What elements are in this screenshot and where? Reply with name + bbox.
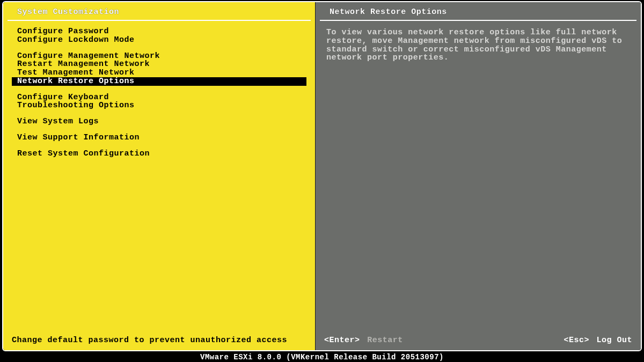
menu-item[interactable]: View Support Information (12, 134, 306, 142)
main-area: System Customization Configure PasswordC… (3, 2, 641, 350)
menu-item[interactable]: Network Restore Options (12, 77, 306, 86)
left-pane: System Customization Configure PasswordC… (3, 2, 316, 350)
menu-item[interactable]: Configure Keyboard (12, 93, 306, 102)
enter-hint: <Enter> Restart (324, 336, 403, 345)
left-pane-divider (8, 20, 311, 21)
right-body: To view various network restore options … (316, 22, 641, 336)
right-pane-divider (320, 20, 636, 21)
menu-group: Configure PasswordConfigure Lockdown Mod… (12, 27, 306, 45)
menu-group: Configure Management NetworkRestart Mana… (12, 52, 306, 86)
menu-group: View Support Information (12, 134, 306, 142)
left-pane-title: System Customization (3, 6, 315, 20)
enter-key: <Enter> (324, 336, 360, 345)
enter-label: Restart (367, 336, 403, 345)
menu-item[interactable]: View System Logs (12, 117, 306, 126)
menu-group: Reset System Configuration (12, 150, 306, 158)
menu-item[interactable]: Test Management Network (12, 69, 306, 77)
menu-group: Configure KeyboardTroubleshooting Option… (12, 93, 306, 110)
esc-hint: <Esc> Log Out (564, 336, 632, 345)
menu-item[interactable]: Restart Management Network (12, 60, 306, 69)
menu-item[interactable]: Configure Password (12, 27, 306, 36)
menu-item[interactable]: Configure Lockdown Mode (12, 36, 306, 45)
menu-item[interactable]: Configure Management Network (12, 52, 306, 61)
left-status-row: Change default password to prevent unaut… (3, 336, 315, 347)
menu-body: Configure PasswordConfigure Lockdown Mod… (3, 22, 315, 336)
right-description: To view various network restore options … (324, 27, 632, 62)
menu-item[interactable]: Reset System Configuration (12, 150, 306, 158)
dcui-screen: System Customization Configure PasswordC… (2, 1, 642, 351)
right-pane-title: Network Restore Options (316, 6, 641, 20)
left-status-text: Change default password to prevent unaut… (12, 336, 287, 345)
footer-bar: VMware ESXi 8.0.0 (VMKernel Release Buil… (0, 352, 644, 362)
menu-item[interactable]: Troubleshooting Options (12, 101, 306, 110)
esc-key: <Esc> (564, 336, 589, 345)
right-pane: Network Restore Options To view various … (316, 2, 641, 350)
right-status-row: <Enter> Restart <Esc> Log Out (316, 336, 641, 347)
esc-label: Log Out (596, 336, 632, 345)
menu-group: View System Logs (12, 117, 306, 126)
